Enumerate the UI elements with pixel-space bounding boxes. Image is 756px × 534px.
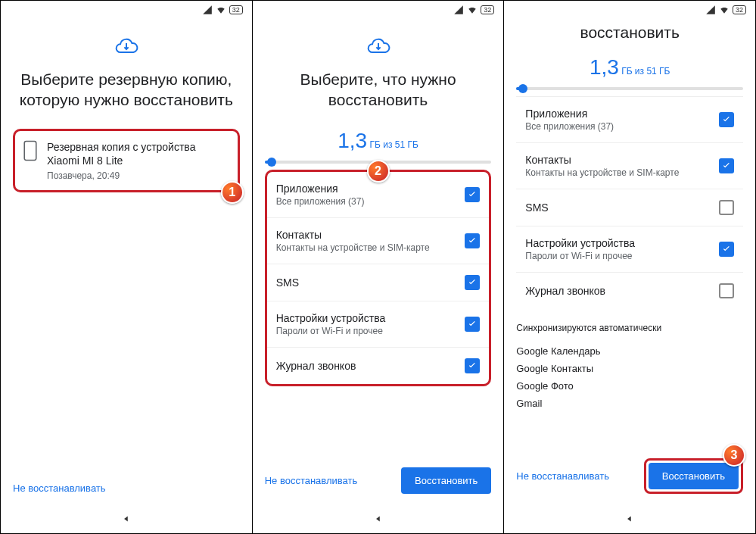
backup-subtitle: Позавчера, 20:49 xyxy=(47,170,230,181)
nav-bar xyxy=(253,504,504,533)
checkbox-unchecked-icon[interactable] xyxy=(719,200,734,215)
list-item-subtitle: Контакты на устройстве и SIM-карте xyxy=(525,167,719,178)
auto-sync-item: Gmail xyxy=(516,395,743,412)
list-item-title: Настройки устройства xyxy=(525,237,719,249)
wifi-icon xyxy=(467,5,478,15)
restore-button[interactable]: Восстановить xyxy=(401,467,491,494)
page-title: Выберите, что нужно восстановить xyxy=(265,69,492,111)
nav-back-icon[interactable] xyxy=(624,514,635,524)
list-item-subtitle: Все приложения (37) xyxy=(276,196,465,207)
panel-select-backup: 32 Выберите резервную копию, которую нуж… xyxy=(1,1,253,533)
auto-sync-title: Синхронизируются автоматически xyxy=(516,323,743,333)
auto-sync-item: Google Календарь xyxy=(516,342,743,360)
restore-button[interactable]: Восстановить xyxy=(649,463,739,489)
list-item-title: Журнал звонков xyxy=(276,360,465,372)
skip-link[interactable]: Не восстанавливать xyxy=(516,470,609,482)
list-item-title: Контакты xyxy=(525,154,719,166)
battery-text: 32 xyxy=(733,5,746,14)
checkbox-checked-icon[interactable] xyxy=(465,187,480,202)
list-item[interactable]: ПриложенияВсе приложения (37) xyxy=(516,96,743,142)
list-item-subtitle: Пароли от Wi-Fi и прочее xyxy=(276,326,465,336)
list-item-title: SMS xyxy=(276,276,465,289)
list-item[interactable]: SMS xyxy=(516,189,743,226)
storage-info: 1,3 ГБ из 51 ГБ xyxy=(265,129,492,153)
panel-select-data: 32 Выберите, что нужно восстановить 1,3 … xyxy=(253,1,505,533)
restore-items-list: ПриложенияВсе приложения (37)КонтактыКон… xyxy=(516,96,743,309)
checkbox-checked-icon[interactable] xyxy=(465,275,480,290)
skip-link[interactable]: Не восстанавливать xyxy=(265,475,358,486)
page-title: Выберите резервную копию, которую нужно … xyxy=(13,69,240,111)
list-item[interactable]: КонтактыКонтакты на устройстве и SIM-кар… xyxy=(267,218,490,264)
list-item-title: Приложения xyxy=(525,108,719,120)
status-bar: 32 xyxy=(253,1,504,19)
list-item[interactable]: SMS xyxy=(267,264,490,301)
svg-rect-0 xyxy=(24,141,36,160)
list-item-title: Приложения xyxy=(276,183,465,195)
list-item[interactable]: КонтактыКонтакты на устройстве и SIM-кар… xyxy=(516,142,743,189)
step-badge-3: 3 xyxy=(723,444,745,467)
nav-bar xyxy=(1,504,252,533)
wifi-icon xyxy=(216,5,226,15)
backup-item[interactable]: Резервная копия с устройства Xiaomi MI 8… xyxy=(13,129,240,192)
list-item[interactable]: Журнал звонков xyxy=(267,348,490,384)
cloud-down-icon xyxy=(265,34,492,58)
auto-sync-item: Google Контакты xyxy=(516,360,743,377)
status-bar: 32 xyxy=(1,1,252,19)
checkbox-checked-icon[interactable] xyxy=(465,358,480,373)
phone-icon xyxy=(23,140,38,164)
list-item-title: Настройки устройства xyxy=(276,312,465,324)
step-badge-1: 1 xyxy=(221,181,244,204)
page-title-partial: восстановить xyxy=(516,19,743,42)
cloud-down-icon xyxy=(13,34,240,58)
list-item[interactable]: Журнал звонков xyxy=(516,272,743,309)
nav-back-icon[interactable] xyxy=(121,514,132,524)
signal-icon xyxy=(453,5,464,15)
checkbox-checked-icon[interactable] xyxy=(719,242,734,257)
auto-sync-item: Google Фото xyxy=(516,377,743,395)
list-item-title: Контакты xyxy=(276,229,465,241)
list-item-subtitle: Контакты на устройстве и SIM-карте xyxy=(276,242,465,253)
battery-text: 32 xyxy=(229,5,243,14)
panel-select-data-scrolled: 32 восстановить 1,3 ГБ из 51 ГБ Приложен… xyxy=(504,1,755,533)
signal-icon xyxy=(705,5,716,15)
restore-items-list: 2 ПриложенияВсе приложения (37)КонтактыК… xyxy=(265,170,492,386)
restore-button-highlight: Восстановить 3 xyxy=(644,458,743,494)
auto-sync-section: Синхронизируются автоматически Google Ка… xyxy=(516,323,743,412)
status-bar: 32 xyxy=(504,1,755,19)
nav-back-icon[interactable] xyxy=(373,514,384,524)
list-item-title: SMS xyxy=(525,201,719,214)
checkbox-unchecked-icon[interactable] xyxy=(719,283,734,298)
signal-icon xyxy=(202,5,213,15)
battery-text: 32 xyxy=(481,5,494,14)
list-item[interactable]: Настройки устройстваПароли от Wi-Fi и пр… xyxy=(267,301,490,348)
nav-bar xyxy=(504,504,755,533)
checkbox-checked-icon[interactable] xyxy=(719,112,734,127)
checkbox-checked-icon[interactable] xyxy=(465,317,480,332)
backup-title: Резервная копия с устройства Xiaomi MI 8… xyxy=(47,140,230,167)
list-item-subtitle: Пароли от Wi-Fi и прочее xyxy=(525,251,719,261)
skip-link[interactable]: Не восстанавливать xyxy=(13,482,106,494)
list-item-subtitle: Все приложения (37) xyxy=(525,121,719,132)
storage-info: 1,3 ГБ из 51 ГБ xyxy=(516,55,743,80)
step-badge-2: 2 xyxy=(367,160,390,183)
wifi-icon xyxy=(719,5,730,15)
list-item[interactable]: Настройки устройстваПароли от Wi-Fi и пр… xyxy=(516,226,743,272)
list-item-title: Журнал звонков xyxy=(525,285,719,297)
storage-progress xyxy=(516,87,743,90)
checkbox-checked-icon[interactable] xyxy=(465,233,480,248)
checkbox-checked-icon[interactable] xyxy=(719,158,734,173)
